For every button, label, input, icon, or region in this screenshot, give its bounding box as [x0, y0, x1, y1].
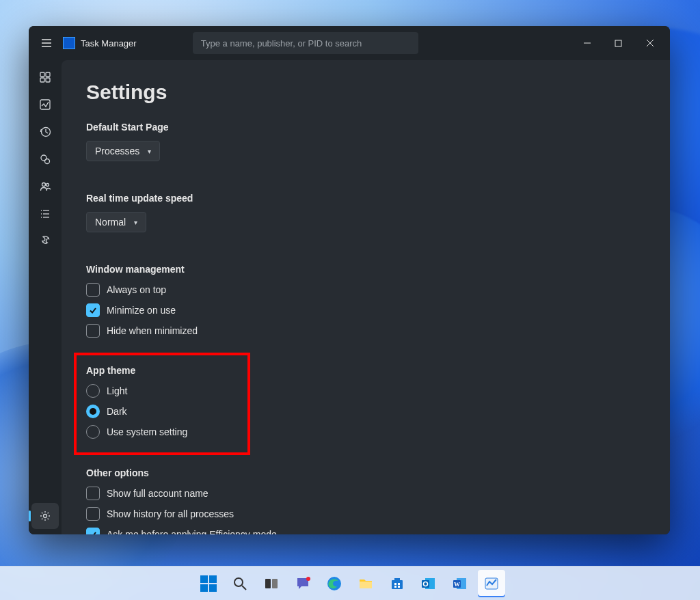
- svg-rect-30: [360, 582, 372, 588]
- always-on-top-checkbox[interactable]: Always on top: [86, 283, 645, 297]
- svg-line-25: [242, 586, 246, 590]
- svg-point-14: [45, 159, 50, 164]
- svg-rect-27: [272, 579, 278, 588]
- minimize-button[interactable]: [571, 30, 603, 56]
- taskbar-explorer[interactable]: [352, 570, 379, 597]
- svg-rect-32: [394, 578, 400, 580]
- nav-processes[interactable]: [31, 64, 59, 90]
- app-theme-highlight: App theme Light Dark Use system setting: [74, 353, 250, 455]
- default-start-page-dropdown[interactable]: Processes ▾: [86, 141, 160, 161]
- nav-settings[interactable]: [31, 503, 59, 529]
- nav-users[interactable]: [31, 174, 59, 200]
- page-title: Settings: [86, 81, 645, 104]
- content-area: Settings Default Start Page Processes ▾ …: [62, 60, 670, 534]
- chevron-down-icon: ▾: [148, 148, 151, 155]
- svg-rect-36: [398, 586, 400, 588]
- chevron-down-icon: ▾: [134, 219, 137, 226]
- taskbar-taskview[interactable]: [258, 570, 285, 597]
- taskbar-word[interactable]: W: [446, 570, 474, 597]
- close-button[interactable]: [634, 30, 666, 56]
- svg-text:W: W: [454, 581, 460, 588]
- svg-rect-10: [46, 78, 50, 82]
- window-management-label: Window management: [86, 264, 645, 275]
- svg-point-28: [306, 577, 310, 581]
- theme-dark-radio[interactable]: Dark: [86, 405, 238, 418]
- nav-app-history[interactable]: [31, 119, 59, 145]
- svg-point-16: [46, 184, 49, 187]
- theme-system-radio[interactable]: Use system setting: [86, 425, 238, 439]
- minimize-on-use-checkbox[interactable]: Minimize on use: [86, 303, 645, 317]
- sidebar: [29, 60, 62, 534]
- taskbar-store[interactable]: [383, 570, 411, 597]
- show-full-account-checkbox[interactable]: Show full account name: [86, 487, 645, 500]
- update-speed-label: Real time update speed: [86, 193, 645, 204]
- ask-efficiency-checkbox[interactable]: Ask me before applying Efficiency mode: [86, 528, 645, 534]
- svg-point-24: [234, 578, 243, 586]
- nav-startup[interactable]: [31, 146, 59, 172]
- app-title: Task Manager: [81, 38, 137, 49]
- svg-rect-38: [422, 580, 429, 588]
- svg-rect-8: [46, 72, 50, 77]
- svg-rect-34: [398, 583, 400, 585]
- taskbar-search[interactable]: [226, 570, 254, 597]
- taskbar: W: [0, 566, 700, 600]
- app-icon: [63, 37, 75, 49]
- other-options-label: Other options: [86, 467, 645, 478]
- update-speed-dropdown[interactable]: Normal ▾: [86, 212, 146, 232]
- nav-services[interactable]: [31, 228, 59, 254]
- nav-performance[interactable]: [31, 92, 59, 118]
- default-start-page-value: Processes: [95, 146, 139, 156]
- task-manager-window: Task Manager Type a name, publisher, or …: [29, 26, 670, 534]
- default-start-page-label: Default Start Page: [86, 122, 645, 133]
- taskbar-edge[interactable]: [321, 570, 348, 597]
- theme-light-radio[interactable]: Light: [86, 384, 238, 398]
- svg-rect-4: [615, 40, 621, 46]
- svg-rect-11: [40, 100, 50, 109]
- taskbar-task-manager[interactable]: [478, 570, 505, 597]
- svg-point-23: [44, 515, 47, 518]
- hamburger-menu-button[interactable]: [33, 29, 60, 57]
- search-input[interactable]: Type a name, publisher, or PID to search: [193, 32, 418, 54]
- show-history-all-checkbox[interactable]: Show history for all processes: [86, 507, 645, 521]
- svg-point-15: [42, 183, 46, 187]
- titlebar: Task Manager Type a name, publisher, or …: [29, 26, 670, 60]
- taskbar-chat[interactable]: [289, 570, 317, 597]
- hide-when-minimized-checkbox[interactable]: Hide when minimized: [86, 324, 645, 338]
- svg-rect-9: [40, 78, 44, 82]
- svg-rect-7: [40, 72, 44, 77]
- app-theme-label: App theme: [86, 365, 238, 376]
- maximize-button[interactable]: [603, 30, 634, 56]
- nav-details[interactable]: [31, 201, 59, 227]
- start-button[interactable]: [195, 570, 222, 597]
- taskbar-outlook[interactable]: [415, 570, 442, 597]
- svg-rect-31: [392, 580, 403, 589]
- svg-rect-26: [265, 579, 271, 588]
- svg-rect-33: [394, 583, 396, 585]
- search-placeholder: Type a name, publisher, or PID to search: [201, 38, 362, 49]
- update-speed-value: Normal: [95, 217, 126, 228]
- svg-rect-35: [394, 586, 396, 588]
